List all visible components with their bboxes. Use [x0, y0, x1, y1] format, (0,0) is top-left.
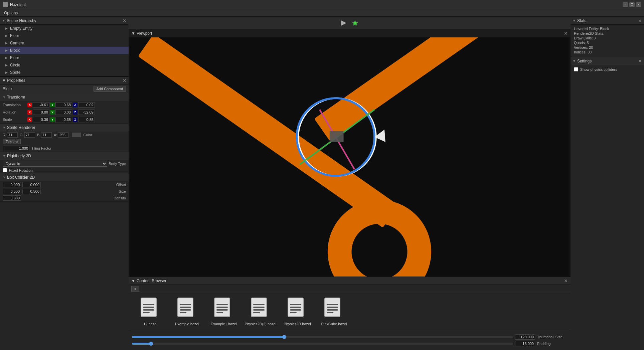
tree-item-sprite[interactable]: ▶ Sprite — [0, 69, 129, 76]
main-layout: ▼ Scene Hierarchy ✕ ▶ Empty Entity ▶ Flo… — [0, 17, 644, 350]
rotation-x-input[interactable] — [33, 110, 49, 115]
minimize-button[interactable]: – — [623, 2, 628, 7]
viewport: ▼ Viewport ✕ — [129, 29, 571, 277]
stats-close[interactable]: ✕ — [638, 18, 642, 23]
tree-item-circle[interactable]: ▶ Circle — [0, 61, 129, 69]
translation-y-input[interactable] — [55, 102, 72, 108]
offset-x-input[interactable] — [3, 182, 21, 187]
svg-rect-38 — [290, 309, 301, 311]
content-browser-close[interactable]: ✕ — [564, 278, 568, 284]
tiling-input[interactable] — [3, 146, 29, 151]
translation-x-input[interactable] — [33, 102, 49, 108]
close-button[interactable]: ✕ — [636, 2, 641, 7]
show-physics-checkbox[interactable] — [574, 67, 578, 71]
padding-track[interactable] — [132, 343, 513, 345]
b-input[interactable] — [41, 132, 52, 138]
body-type-select[interactable]: Dynamic Static Kinematic — [3, 161, 107, 167]
file-example-hazel[interactable]: Example.hazel — [170, 297, 204, 326]
scene-hierarchy-header: ▼ Scene Hierarchy ✕ — [0, 17, 129, 25]
svg-rect-26 — [216, 309, 228, 311]
tree-item-floor-1[interactable]: ▶ Floor — [0, 32, 129, 39]
show-physics-row: Show physics colliders — [574, 67, 641, 71]
b-chan: B: — [37, 132, 52, 138]
g-input[interactable] — [24, 132, 35, 138]
svg-rect-27 — [216, 312, 223, 313]
settings-panel: ▼ Settings ✕ Show physics colliders — [571, 57, 644, 73]
stats-panel: ▼ Stats ✕ Hovered Entity: Block Renderer… — [571, 17, 644, 57]
svg-rect-42 — [327, 304, 338, 305]
size-y-input[interactable] — [22, 189, 41, 194]
size-x-input[interactable] — [3, 189, 21, 194]
rigidbody2d-header[interactable]: ▼ Rigidbody 2D — [0, 152, 129, 160]
quads-stat: Quads: 5 — [574, 41, 641, 45]
scene-hierarchy-close[interactable]: ✕ — [123, 18, 127, 23]
tree-item-empty-entity[interactable]: ▶ Empty Entity — [0, 25, 129, 32]
thumbnail-size-label: Thumbnail Size — [537, 335, 567, 339]
properties-header: ▼ Properties ✕ — [0, 76, 129, 84]
thumbnail-size-input[interactable] — [515, 334, 535, 340]
play-icon — [341, 20, 346, 26]
color-preview[interactable] — [72, 133, 81, 137]
texture-row: Texture — [0, 138, 129, 145]
z-badge: Z — [73, 103, 77, 107]
tree-item-camera[interactable]: ▶ Camera — [0, 39, 129, 47]
scale-row: Scale X Y Z — [0, 116, 129, 123]
hovered-entity-stat: Hovered Entity: Block — [574, 27, 641, 31]
content-browser-back-button[interactable]: < — [131, 286, 139, 292]
translation-z-input[interactable] — [78, 102, 95, 108]
fixed-rotation-checkbox[interactable] — [3, 168, 7, 172]
file-name: Physics2D(2).hazel — [245, 322, 277, 326]
properties-close[interactable]: ✕ — [123, 78, 127, 83]
file-12hazel[interactable]: 12.hazel — [134, 297, 167, 326]
scale-y-input[interactable] — [55, 117, 72, 122]
menu-options[interactable]: Options — [1, 10, 20, 16]
offset-y-input[interactable] — [22, 182, 41, 187]
padding-input[interactable] — [515, 341, 535, 346]
renderer2d-stat: Renderer2D Stats: — [574, 31, 641, 35]
file-example1-hazel[interactable]: Example1.hazel — [207, 297, 240, 326]
rotation-z-input[interactable] — [78, 110, 95, 115]
file-pinkcube-hazel[interactable]: PinkCube.hazel — [317, 297, 351, 326]
scene-hierarchy-arrow: ▼ — [2, 19, 5, 22]
file-physics2d-hazel[interactable]: Physics2D.hazel — [281, 297, 314, 326]
svg-rect-33 — [253, 312, 260, 313]
tiling-label: Tiling Factor — [31, 146, 51, 150]
file-icon-svg — [138, 297, 162, 321]
vertices-stat: Vertices: 20 — [574, 45, 641, 49]
settings-close[interactable]: ✕ — [638, 59, 642, 63]
r-input[interactable] — [7, 132, 18, 138]
transform-header[interactable]: ▼ Transform — [0, 93, 129, 101]
content-browser-title: Content Browser — [137, 279, 166, 283]
toolbar — [129, 17, 571, 29]
right-panel: ▼ Stats ✕ Hovered Entity: Block Renderer… — [571, 17, 644, 350]
maximize-button[interactable]: ❒ — [629, 2, 635, 7]
thumbnail-size-handle[interactable] — [282, 335, 286, 339]
density-input[interactable] — [3, 195, 21, 201]
settings-title: Settings — [577, 59, 592, 63]
viewport-close[interactable]: ✕ — [564, 31, 568, 36]
scale-x-input[interactable] — [33, 117, 49, 122]
tree-item-block[interactable]: ▶ Block — [0, 47, 129, 54]
file-physics2d2-hazel[interactable]: Physics2D(2).hazel — [244, 297, 277, 326]
play-button[interactable] — [340, 19, 348, 27]
tree-item-floor-2[interactable]: ▶ Floor — [0, 54, 129, 61]
left-panel: ▼ Scene Hierarchy ✕ ▶ Empty Entity ▶ Flo… — [0, 17, 129, 350]
svg-rect-15 — [143, 312, 150, 313]
padding-handle[interactable] — [149, 342, 153, 346]
content-browser-content: < — [129, 285, 571, 350]
window-controls: – ❒ ✕ — [623, 2, 641, 7]
thumbnail-size-track[interactable] — [132, 336, 513, 338]
sprite-renderer-header[interactable]: ▼ Sprite Renderer — [0, 124, 129, 132]
tiling-row: Tiling Factor — [0, 145, 129, 152]
scale-label: Scale — [3, 118, 26, 122]
svg-rect-24 — [216, 304, 228, 305]
scale-z-input[interactable] — [78, 117, 95, 122]
texture-button[interactable]: Texture — [3, 139, 21, 144]
file-name: 12.hazel — [143, 322, 157, 326]
add-component-button[interactable]: Add Component — [94, 86, 126, 92]
content-browser-sliders: Thumbnail Size Padding — [129, 330, 571, 350]
box-collider2d-header[interactable]: ▼ Box Collider 2D — [0, 173, 129, 181]
a-input[interactable] — [58, 132, 68, 138]
rotation-y-input[interactable] — [55, 110, 72, 115]
stop-button[interactable] — [350, 18, 360, 28]
